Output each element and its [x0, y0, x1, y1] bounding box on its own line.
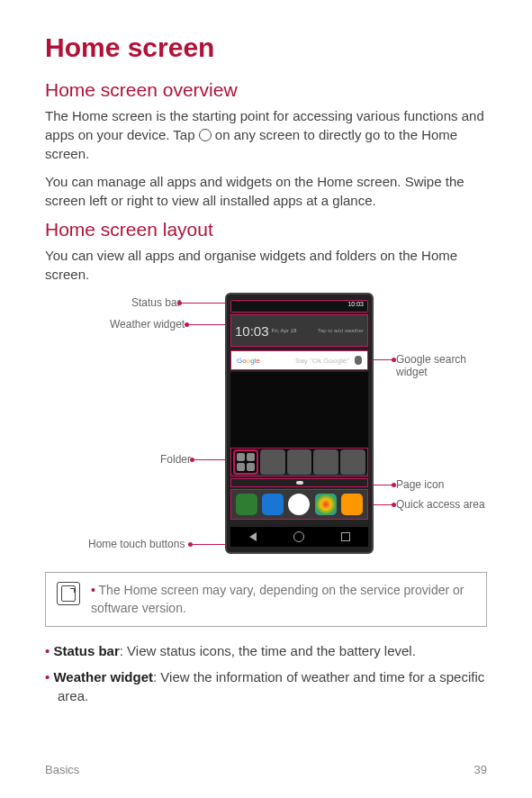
callout-weather: Weather widget — [110, 318, 185, 331]
quick-messages-icon — [341, 494, 363, 515]
app-icon — [313, 449, 338, 475]
recent-icon — [341, 532, 350, 541]
weather-time: 10:03 — [235, 323, 269, 339]
bullet-status-label: Status bar — [53, 643, 119, 658]
app-icon — [340, 449, 365, 475]
phone-mockup: 10:03 10:03 Fri, Apr 18 Tap to add weath… — [225, 293, 374, 554]
home-icon — [199, 129, 212, 141]
footer-section: Basics — [45, 763, 79, 776]
bullet-list: Status bar: View status icons, the time … — [45, 641, 487, 705]
callout-google: Google search widget — [396, 353, 487, 378]
bullet-status-bar: Status bar: View status icons, the time … — [45, 641, 487, 660]
quick-apps-icon — [288, 494, 310, 515]
callout-htb: Home touch buttons — [88, 538, 185, 550]
bullet-weather-label: Weather widget — [53, 669, 153, 685]
phone-status-bar: 10:03 — [230, 300, 368, 313]
home-icon — [293, 531, 304, 542]
phone-google-widget: Google Say "Ok Google" — [230, 350, 368, 370]
callout-quick: Quick access area — [396, 498, 485, 511]
mic-icon — [355, 356, 362, 365]
overview-p1: The Home screen is the starting point fo… — [45, 106, 487, 163]
callout-folder: Folder — [160, 453, 191, 466]
page-number: 39 — [474, 763, 487, 776]
callout-statusbar: Status bar — [131, 296, 181, 309]
weather-date: Fri, Apr 18 — [272, 328, 297, 333]
note-box: The Home screen may vary, depending on t… — [45, 572, 487, 627]
note-icon — [57, 582, 80, 605]
quick-contacts-icon — [262, 494, 284, 515]
section-layout-heading: Home screen layout — [45, 219, 487, 240]
status-time: 10:03 — [347, 301, 364, 307]
quick-chrome-icon — [315, 494, 337, 515]
layout-p1: You can view all apps and organise widge… — [45, 246, 487, 284]
phone-folder — [233, 449, 258, 475]
overview-p2: You can manage all apps and widgets on t… — [45, 172, 487, 210]
app-icon — [260, 449, 285, 475]
page-title: Home screen — [45, 32, 487, 63]
back-icon — [249, 532, 257, 541]
phone-dock-row — [230, 448, 368, 476]
home-screen-diagram: Status bar Weather widget Folder Home to… — [45, 293, 487, 563]
weather-tap-hint: Tap to add weather — [318, 328, 364, 333]
section-overview-heading: Home screen overview — [45, 79, 487, 101]
callout-pageicon: Page icon — [396, 478, 444, 491]
app-icon — [287, 449, 312, 475]
quick-phone-icon — [236, 494, 257, 515]
phone-page-indicator — [230, 478, 368, 487]
phone-nav-bar — [230, 527, 368, 547]
bullet-status-text: : View status icons, the time and the ba… — [120, 643, 416, 658]
phone-weather-widget: 10:03 Fri, Apr 18 Tap to add weather — [230, 314, 368, 347]
bullet-weather: Weather widget: View the information of … — [45, 667, 487, 705]
phone-quick-access — [230, 489, 368, 520]
page-footer: Basics 39 — [45, 763, 487, 776]
note-text: The Home screen may vary, depending on t… — [91, 582, 475, 617]
google-hint: Say "Ok Google" — [295, 357, 349, 365]
